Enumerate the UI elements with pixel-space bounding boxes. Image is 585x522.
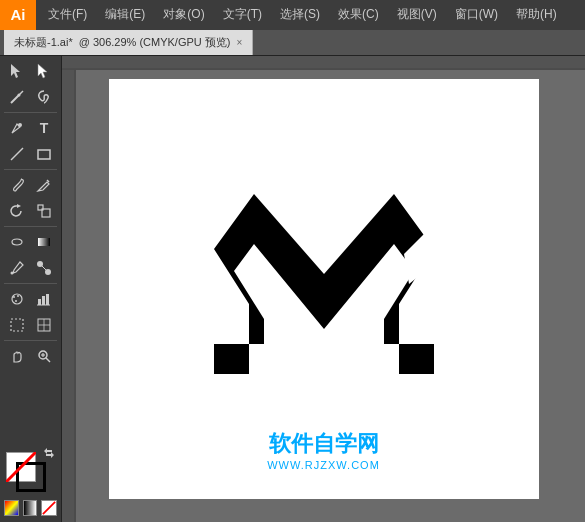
tab-bar: 未标题-1.ai* @ 306.29% (CMYK/GPU 预览) × [0,30,585,56]
menu-edit[interactable]: 编辑(E) [97,2,153,27]
svg-rect-26 [11,319,23,331]
svg-line-31 [46,358,50,362]
paintbrush-tool[interactable] [4,173,30,197]
svg-point-19 [13,296,15,298]
svg-rect-40 [249,344,264,374]
tool-row-2 [0,84,61,110]
menu-file[interactable]: 文件(F) [40,2,95,27]
menu-bar: 文件(F) 编辑(E) 对象(O) 文字(T) 选择(S) 效果(C) 视图(V… [36,0,585,30]
tool-row-4 [0,141,61,167]
svg-rect-13 [38,238,50,246]
svg-rect-7 [38,150,50,159]
tool-row-9 [0,286,61,312]
tab-title: 未标题-1.ai* [14,35,73,50]
app-logo: Ai [0,0,36,30]
menu-effect[interactable]: 效果(C) [330,2,387,27]
column-graph-tool[interactable] [31,287,57,311]
svg-point-5 [18,123,22,127]
artboard-tool[interactable] [4,313,30,337]
svg-rect-22 [38,299,41,305]
tool-row-7 [0,229,61,255]
none-button[interactable] [41,500,57,516]
menu-object[interactable]: 对象(O) [155,2,212,27]
lasso-tool[interactable] [31,85,57,109]
slice-tool[interactable] [31,313,57,337]
svg-line-6 [11,148,23,160]
tool-row-6 [0,198,61,224]
watermark-url: WWW.RJZXW.COM [267,459,380,471]
svg-point-4 [18,94,21,97]
svg-marker-1 [38,64,47,78]
tab-info: @ 306.29% (CMYK/GPU 预览) [79,35,231,50]
document-tab[interactable]: 未标题-1.ai* @ 306.29% (CMYK/GPU 预览) × [4,30,253,55]
menu-type[interactable]: 文字(T) [215,2,270,27]
tool-row-3: T [0,115,61,141]
tab-close-button[interactable]: × [236,37,242,48]
tool-row-11 [0,343,61,369]
svg-rect-23 [42,296,45,305]
color-swatches [0,442,61,520]
menu-help[interactable]: 帮助(H) [508,2,565,27]
rectangle-tool[interactable] [31,142,57,166]
scale-tool[interactable] [31,199,57,223]
symbol-sprayer-tool[interactable] [4,287,30,311]
svg-line-17 [40,264,48,272]
svg-rect-41 [384,344,399,374]
svg-marker-9 [17,204,21,208]
svg-point-20 [17,295,19,297]
type-tool[interactable]: T [31,116,57,140]
direct-selection-tool[interactable] [31,59,57,83]
pencil-tool[interactable] [31,173,57,197]
artwork-svg [194,169,454,409]
menu-select[interactable]: 选择(S) [272,2,328,27]
svg-marker-0 [11,64,20,78]
hand-tool[interactable] [4,344,30,368]
pen-tool[interactable] [4,116,30,140]
menu-view[interactable]: 视图(V) [389,2,445,27]
title-bar: Ai 文件(F) 编辑(E) 对象(O) 文字(T) 选择(S) 效果(C) 视… [0,0,585,30]
canvas: 软件自学网 WWW.RJZXW.COM [109,79,539,499]
magic-wand-tool[interactable] [4,85,30,109]
tool-row-5 [0,172,61,198]
tool-row-10 [0,312,61,338]
swap-colors-icon[interactable] [42,446,56,460]
main-area: T [0,56,585,522]
svg-line-12 [42,209,43,210]
selection-tool[interactable] [4,59,30,83]
vertical-ruler [62,70,76,522]
gradient-tool[interactable] [31,230,57,254]
rotate-tool[interactable] [4,199,30,223]
watermark: 软件自学网 WWW.RJZXW.COM [267,429,380,471]
line-segment-tool[interactable] [4,142,30,166]
svg-line-35 [43,502,55,514]
gradient-button[interactable] [23,500,38,516]
warp-tool[interactable] [4,230,30,254]
horizontal-ruler: /* generated below */ [62,56,585,70]
canvas-area: /* generated below */ [62,56,585,522]
tool-row-1 [0,58,61,84]
svg-line-2 [11,95,19,103]
svg-rect-38 [62,70,76,522]
svg-rect-36 [62,56,585,70]
stroke-swatch[interactable] [16,462,46,492]
color-button[interactable] [4,500,19,516]
watermark-text: 软件自学网 [267,429,380,459]
eyedropper-tool[interactable] [4,256,30,280]
blend-tool[interactable] [31,256,57,280]
svg-point-18 [12,294,22,304]
svg-point-14 [11,272,14,275]
svg-rect-24 [46,294,49,305]
zoom-tool[interactable] [31,344,57,368]
menu-window[interactable]: 窗口(W) [447,2,506,27]
tool-row-8 [0,255,61,281]
swatch-area [6,446,56,496]
toolbar: T [0,56,62,522]
svg-point-21 [15,300,17,302]
